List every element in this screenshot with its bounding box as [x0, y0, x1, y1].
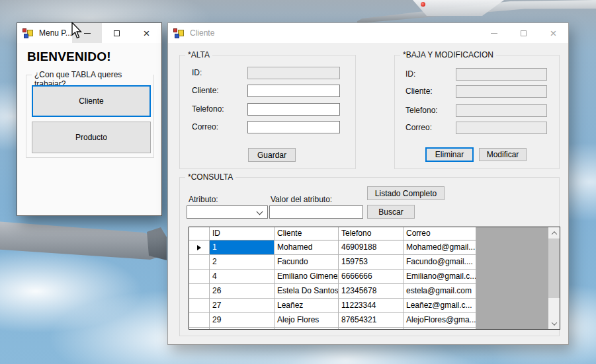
- chevron-down-icon: [257, 209, 263, 215]
- row-selector[interactable]: [189, 299, 210, 313]
- close-button[interactable]: ×: [538, 23, 568, 43]
- cell-cliente[interactable]: Leañez: [275, 299, 339, 313]
- cell-cliente[interactable]: Alejo Flores: [275, 313, 339, 328]
- cell-id[interactable]: 1: [210, 240, 275, 255]
- alta-correo-label: Correo:: [192, 122, 218, 131]
- cell-correo[interactable]: [404, 328, 476, 329]
- table-row-partial[interactable]: [189, 328, 548, 329]
- welcome-heading: BIENVENIDO!: [27, 50, 111, 64]
- clientes-datagrid[interactable]: ID Cliente Telefono Correo 1 Mohamed 469…: [189, 227, 560, 330]
- table-row[interactable]: 27 Leañez 11223344 Leañez@gmail.c...: [189, 299, 548, 313]
- row-selector[interactable]: [189, 270, 210, 284]
- cliente-window-title: Cliente: [190, 28, 479, 38]
- baja-groupbox: *BAJA Y MODIFICACION ID: Cliente: Telefo…: [394, 55, 560, 169]
- listado-completo-button[interactable]: Listado Completo: [367, 186, 445, 200]
- minimize-button[interactable]: [72, 23, 102, 43]
- cell-cliente[interactable]: Emiliano Gimenez: [275, 270, 339, 284]
- scrollbar-thumb[interactable]: [548, 238, 560, 298]
- app-icon[interactable]: [173, 28, 184, 38]
- column-header-cliente[interactable]: Cliente: [275, 227, 339, 240]
- minimize-button[interactable]: [479, 23, 509, 43]
- cell-telefono[interactable]: 6666666: [339, 270, 404, 284]
- alta-telefono-label: Telefono:: [192, 104, 224, 114]
- menu-window-body: BIENVENIDO! ¿Con que TABLA queres trabaj…: [17, 43, 161, 215]
- alta-cliente-field[interactable]: [247, 85, 340, 97]
- cell-id[interactable]: 27: [210, 299, 275, 313]
- baja-id-field[interactable]: [456, 68, 547, 81]
- cell-id[interactable]: 29: [210, 313, 275, 328]
- table-row[interactable]: 4 Emiliano Gimenez 6666666 Emiliano@gmai…: [189, 270, 548, 284]
- close-icon: ×: [144, 28, 150, 39]
- scroll-up-button[interactable]: [548, 227, 560, 238]
- cliente-window-titlebar[interactable]: Cliente ×: [168, 23, 568, 43]
- chevron-down-icon: [551, 320, 556, 325]
- cell-id[interactable]: [210, 328, 275, 329]
- cell-correo[interactable]: Facundo@gmail....: [404, 255, 476, 270]
- desktop: { "desktop": { "wallpaper": "sky-clouds-…: [0, 0, 596, 364]
- cell-correo[interactable]: Mohamed@gmail...: [404, 240, 476, 255]
- cell-cliente[interactable]: Estela Do Santos: [275, 284, 339, 299]
- cell-cliente[interactable]: Mohamed: [275, 240, 339, 255]
- table-row[interactable]: 2 Facundo 159753 Facundo@gmail....: [189, 255, 548, 270]
- airplane-beacon-light: [421, 2, 425, 7]
- cell-cliente[interactable]: Facundo: [275, 255, 339, 270]
- baja-telefono-field[interactable]: [456, 104, 547, 117]
- cell-telefono[interactable]: 87654321: [339, 313, 404, 328]
- maximize-icon: [521, 30, 527, 36]
- cell-correo[interactable]: Leañez@gmail.c...: [404, 299, 476, 313]
- cell-telefono[interactable]: 46909188: [339, 240, 404, 255]
- valor-label: Valor del atributo:: [271, 195, 332, 204]
- current-row-indicator[interactable]: [189, 240, 210, 255]
- close-button[interactable]: ×: [132, 23, 161, 43]
- menu-window-titlebar[interactable]: Menu P... ×: [17, 23, 161, 43]
- cell-id[interactable]: 26: [210, 284, 275, 299]
- row-selector[interactable]: [189, 284, 210, 299]
- consulta-legend: *CONSULTA: [185, 172, 235, 182]
- atributo-select[interactable]: [187, 205, 268, 219]
- maximize-button[interactable]: [102, 23, 132, 43]
- alta-groupbox: *ALTA ID: Cliente: Telefono: Correo: Gua…: [179, 55, 356, 169]
- modificar-button[interactable]: Modificar: [479, 148, 527, 161]
- baja-correo-field[interactable]: [456, 122, 547, 134]
- datagrid-header-row: ID Cliente Telefono Correo: [189, 227, 548, 240]
- row-selector[interactable]: [189, 328, 210, 329]
- alta-correo-field[interactable]: [247, 121, 340, 133]
- cell-telefono[interactable]: [339, 328, 404, 329]
- table-row[interactable]: 26 Estela Do Santos 12345678 estela@gmai…: [189, 284, 548, 299]
- cell-telefono[interactable]: 12345678: [339, 284, 404, 299]
- maximize-button[interactable]: [509, 23, 538, 43]
- table-row[interactable]: 29 Alejo Flores 87654321 AlejoFlores@gma…: [189, 313, 548, 328]
- baja-correo-label: Correo:: [405, 123, 432, 132]
- scroll-down-button[interactable]: [548, 318, 560, 329]
- cell-correo[interactable]: Emiliano@gmail.c...: [404, 270, 476, 284]
- eliminar-button[interactable]: Eliminar: [425, 147, 474, 162]
- app-icon[interactable]: [22, 28, 33, 38]
- cell-id[interactable]: 2: [210, 255, 275, 270]
- cliente-table-button[interactable]: Cliente: [32, 85, 151, 117]
- cell-correo[interactable]: AlejoFlores@gma...: [404, 313, 476, 328]
- alta-id-field[interactable]: [247, 67, 340, 79]
- column-header-correo[interactable]: Correo: [404, 227, 476, 240]
- table-row[interactable]: 1 Mohamed 46909188 Mohamed@gmail...: [189, 240, 548, 255]
- column-header-id[interactable]: ID: [210, 227, 275, 240]
- column-header-telefono[interactable]: Telefono: [339, 227, 404, 240]
- row-selector[interactable]: [189, 313, 210, 328]
- guardar-button[interactable]: Guardar: [248, 148, 296, 162]
- vertical-scrollbar[interactable]: [548, 227, 560, 329]
- row-selector-header[interactable]: [189, 227, 210, 240]
- alta-telefono-field[interactable]: [247, 103, 340, 116]
- cell-cliente[interactable]: [275, 328, 339, 329]
- producto-table-button[interactable]: Producto: [32, 122, 151, 153]
- cell-telefono[interactable]: 159753: [339, 255, 404, 270]
- valor-field[interactable]: [269, 205, 363, 219]
- cell-telefono[interactable]: 11223344: [339, 299, 404, 313]
- row-selector[interactable]: [189, 255, 210, 270]
- atributo-label: Atributo:: [189, 195, 218, 204]
- buscar-button[interactable]: Buscar: [367, 205, 415, 219]
- menu-window-title: Menu P...: [39, 28, 72, 38]
- row-arrow-icon: [197, 245, 201, 250]
- cell-correo[interactable]: estela@gmail.com: [404, 284, 476, 299]
- baja-cliente-field[interactable]: [456, 85, 547, 98]
- cell-id[interactable]: 4: [210, 270, 275, 284]
- close-icon: ×: [550, 28, 557, 39]
